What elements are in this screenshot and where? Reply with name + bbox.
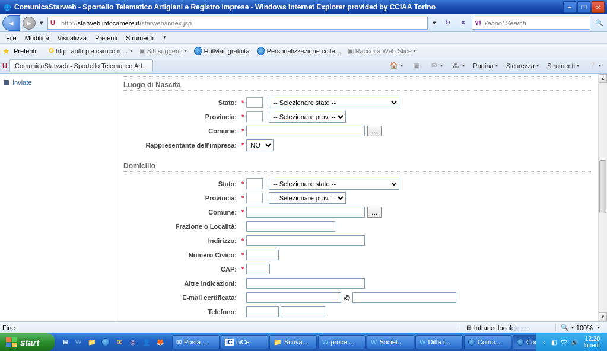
input-email-domain[interactable]	[352, 292, 456, 303]
search-go-button[interactable]: 🔍	[593, 17, 605, 30]
zoom-icon: 🔍	[561, 324, 569, 331]
mail-button[interactable]: ✉▾	[425, 59, 446, 72]
input-comune-birth[interactable]	[246, 126, 365, 136]
select-provincia-birth[interactable]: -- Selezionare prov. --	[269, 111, 346, 123]
link-auth[interactable]: ✪http--auth.pie.camcom....▾	[47, 46, 134, 56]
input-comune-dom[interactable]	[246, 207, 365, 218]
link-suggested[interactable]: ▣Siti suggeriti▾	[138, 46, 189, 56]
menu-preferiti[interactable]: Preferiti	[91, 33, 121, 43]
input-indirizzo[interactable]	[246, 235, 365, 246]
label-altre: Altre indicazioni:	[123, 277, 239, 289]
menu-visualizza[interactable]: Visualizza	[54, 33, 90, 43]
ql-messenger-icon[interactable]: 👤	[141, 336, 152, 348]
select-stato-birth[interactable]: -- Selezionare stato --	[269, 97, 399, 108]
help-menu[interactable]: ❔▾	[584, 59, 605, 72]
url-input: http://starweb.infocamere.it/starweb/ind…	[61, 20, 425, 27]
menu-modifica[interactable]: Modifica	[21, 33, 53, 43]
home-button[interactable]: 🏠▾	[386, 59, 406, 72]
zone-icon: 🖥	[465, 324, 472, 331]
ql-word-icon[interactable]: W	[72, 336, 84, 348]
tray-net-icon[interactable]: ◧	[550, 338, 558, 346]
ql-ie-icon[interactable]	[100, 336, 112, 348]
tbtn-scriva[interactable]: 📁Scriva...	[269, 335, 317, 349]
label-email: E-mail certificata:	[123, 292, 239, 304]
tbtn-societ[interactable]: WSociet...	[367, 335, 414, 349]
menu-file[interactable]: File	[2, 33, 20, 43]
section-birth: Luogo di Nascita	[123, 81, 592, 91]
select-provincia-dom[interactable]: -- Selezionare prov. --	[269, 192, 346, 204]
link-hotmail[interactable]: HotMail gratuita	[192, 46, 252, 56]
input-stato-code-dom[interactable]	[246, 178, 263, 189]
input-prov-code-dom[interactable]	[246, 193, 263, 203]
menu-strumenti[interactable]: Strumenti	[122, 33, 157, 43]
back-button[interactable]: ◄	[2, 15, 20, 31]
label-stato-dom: Stato:	[123, 178, 239, 190]
tab-icon: U	[2, 62, 7, 69]
clock[interactable]: 12.20 lunedì	[580, 336, 603, 349]
tbtn-proce[interactable]: Wproce...	[318, 335, 366, 349]
minimize-button[interactable]: ━	[563, 1, 576, 13]
zoom-control[interactable]: 🔍 ▾ 100% ▾	[555, 324, 605, 331]
input-altre[interactable]	[246, 278, 365, 289]
forward-button[interactable]: ►	[23, 17, 36, 30]
ql-app-icon[interactable]: ◎	[127, 336, 139, 348]
star-icon[interactable]: ★	[2, 46, 10, 56]
preferiti-button[interactable]: Preferiti	[14, 47, 36, 55]
menu-bar: File Modifica Visualizza Preferiti Strum…	[0, 32, 607, 44]
tbtn-ditta[interactable]: WDitta i...	[415, 335, 463, 349]
refresh-button[interactable]: ↻	[441, 17, 454, 30]
search-input[interactable]	[484, 20, 587, 27]
tray-vol-icon[interactable]: 🔊	[570, 338, 579, 346]
ql-firefox-icon[interactable]: 🦊	[154, 336, 166, 348]
input-tel-number[interactable]	[281, 306, 325, 317]
close-button[interactable]: ✕	[592, 1, 605, 13]
tbtn-comu1[interactable]: Comu...	[464, 335, 511, 349]
scroll-thumb[interactable]	[599, 160, 606, 213]
ql-explorer-icon[interactable]: 📁	[86, 336, 98, 348]
feed-button[interactable]: ▣	[408, 59, 424, 72]
link-webslice[interactable]: ▣Raccolta Web Slice▾	[346, 46, 418, 56]
strumenti-menu[interactable]: Strumenti▾	[544, 60, 583, 71]
tbtn-comu2[interactable]: Comu...	[513, 335, 536, 349]
input-email-local[interactable]	[246, 292, 341, 303]
print-button[interactable]: 🖶▾	[447, 59, 468, 72]
input-prov-code[interactable]	[246, 111, 263, 122]
lookup-comune-dom[interactable]: …	[367, 207, 382, 218]
label-indirizzo: Indirizzo:	[123, 235, 239, 247]
input-civico[interactable]	[246, 250, 279, 260]
ql-mail-icon[interactable]: ✉	[113, 336, 125, 348]
sicurezza-menu[interactable]: Sicurezza▾	[503, 60, 542, 71]
maximize-button[interactable]: ❐	[577, 1, 590, 13]
pagina-menu[interactable]: Pagina▾	[469, 60, 501, 71]
address-bar-row: ◄ ► ▾ U http://starweb.infocamere.it/sta…	[0, 14, 607, 32]
url-field-wrap[interactable]: U http://starweb.infocamere.it/starweb/i…	[47, 17, 428, 30]
tbtn-nice[interactable]: ICniCe	[221, 335, 268, 349]
lookup-comune-birth[interactable]: …	[367, 126, 382, 136]
tray-shield-icon[interactable]: 🛡	[560, 338, 568, 346]
scroll-track[interactable]	[599, 83, 607, 312]
stop-button[interactable]: ✕	[456, 17, 469, 30]
input-frazione[interactable]	[246, 221, 335, 232]
select-rappresentante[interactable]: NO	[246, 139, 274, 151]
sidebar-item-inviate[interactable]: Inviate	[4, 79, 113, 86]
input-tel-prefix[interactable]	[246, 306, 279, 317]
input-cap[interactable]	[246, 264, 270, 274]
input-stato-code[interactable]	[246, 97, 263, 108]
tbtn-posta[interactable]: ✉Posta ...	[172, 335, 220, 349]
label-comune: Comune:	[123, 125, 239, 137]
favorites-bar: ★ Preferiti ✪http--auth.pie.camcom....▾ …	[0, 44, 607, 58]
menu-help[interactable]: ?	[158, 33, 169, 43]
scroll-up-button[interactable]: ▲	[599, 74, 607, 83]
tab-comunica[interactable]: ComunicaStarweb - Sportello Telematico A…	[9, 59, 153, 72]
nav-history-dropdown[interactable]: ▾	[38, 19, 45, 27]
search-field-wrap[interactable]: Y!	[472, 17, 590, 30]
vertical-scrollbar[interactable]: ▲ ▼	[598, 74, 607, 321]
scroll-down-button[interactable]: ▼	[599, 312, 607, 321]
indirizzo-label: Indirizzo	[508, 325, 530, 332]
start-button[interactable]: start	[0, 333, 55, 351]
link-personal[interactable]: Personalizzazione colle...	[255, 46, 342, 56]
ql-desktop-icon[interactable]: 🖥	[59, 336, 71, 348]
select-stato-dom[interactable]: -- Selezionare stato --	[269, 178, 399, 190]
tray-expand[interactable]: ‹	[540, 338, 548, 346]
url-dropdown[interactable]: ▾	[430, 17, 438, 29]
